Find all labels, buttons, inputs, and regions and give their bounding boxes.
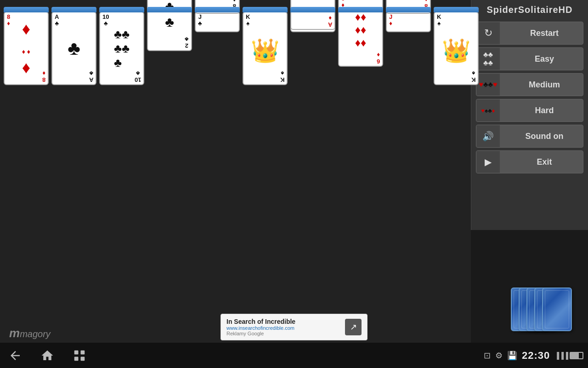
screenshot-icon: ⊡	[484, 351, 491, 361]
col-header-6	[243, 7, 288, 12]
sound-label: Sound on	[500, 132, 583, 141]
exit-button[interactable]: ▶ Exit	[476, 150, 583, 173]
card-column-1[interactable]: 8♦ ♦♦ ♦♦ 8♦	[4, 7, 49, 85]
bottom-nav-bar: ⊡ ⚙ 💾 22:30 ▐▐▐	[0, 343, 588, 368]
card-column-6[interactable]: K♠ 👑 K♠	[243, 7, 288, 85]
back-button[interactable]	[5, 346, 25, 365]
card-column-2[interactable]: A♣ ♣ A♣	[51, 7, 96, 85]
svg-rect-2	[74, 356, 78, 361]
ad-share-button[interactable]: ↗	[345, 319, 362, 335]
easy-label: Easy	[500, 54, 583, 64]
medium-button[interactable]: ♥♣♣♥ Medium	[476, 73, 583, 96]
easy-button[interactable]: ♣♣♣♣ Easy	[476, 47, 583, 70]
medium-icon: ♥♣♣♥	[476, 74, 500, 96]
battery-area: ▐▐▐	[554, 352, 583, 359]
card-ac[interactable]: A♣ ♣ A♣	[51, 12, 96, 85]
restart-button[interactable]: ↻ Restart	[476, 22, 583, 45]
card-ad[interactable]: A♦ ♦ A♦	[290, 0, 335, 30]
col-header-2	[51, 7, 96, 12]
ad-url: www.insearchofincredible.com	[226, 325, 345, 331]
exit-label: Exit	[500, 157, 583, 167]
col-header-5	[195, 7, 240, 12]
svg-rect-0	[74, 350, 78, 354]
recents-button[interactable]	[69, 346, 90, 365]
card-ks2[interactable]: K♠ 👑 K♠	[434, 12, 479, 85]
col-header-9	[386, 7, 431, 12]
back-icon	[8, 349, 22, 362]
sd-icon: 💾	[507, 351, 517, 361]
col-header-7	[290, 7, 335, 12]
hard-icon: ♥♠♣♦	[476, 99, 500, 121]
battery-icon	[570, 352, 583, 359]
restart-label: Restart	[500, 29, 583, 38]
card-8d[interactable]: 8♦ ♦♦ ♦♦ 8♦	[4, 12, 49, 85]
exit-icon: ▶	[476, 151, 500, 173]
svg-rect-3	[80, 356, 85, 361]
home-icon	[40, 349, 54, 362]
col-header-10	[434, 7, 479, 12]
hard-label: Hard	[500, 106, 583, 115]
col-header-1	[4, 7, 49, 12]
restart-icon: ↻	[476, 22, 500, 44]
sound-icon: 🔊	[476, 125, 500, 147]
signal-icon: ▐▐▐	[554, 352, 568, 359]
ad-banner: In Search of Incredible www.insearchofin…	[220, 314, 368, 340]
card-jc-peek[interactable]: J♣	[195, 12, 240, 32]
hard-button[interactable]: ♥♠♣♦ Hard	[476, 99, 583, 122]
card-column-10[interactable]: K♠ 👑 K♠	[434, 7, 479, 85]
medium-label: Medium	[500, 80, 583, 90]
brand-logo: mmagory	[9, 326, 51, 340]
recents-icon	[73, 349, 86, 362]
card-ks[interactable]: K♠ 👑 K♠	[243, 12, 288, 85]
sound-button[interactable]: 🔊 Sound on	[476, 125, 583, 148]
time-display: 22:30	[522, 350, 550, 362]
battery-fill	[571, 353, 579, 358]
status-bar-right: ⊡ ⚙ 💾 22:30 ▐▐▐	[484, 350, 583, 362]
wifi-icon: ⚙	[495, 351, 503, 361]
stock-card-5[interactable]	[542, 288, 572, 331]
stock-pile[interactable]	[518, 288, 572, 331]
card-column-9[interactable]: J♦ 10♦ 9♦ 8♦ 8♦ ♦♦♦♦♦♦♦♦ 8♦	[386, 7, 431, 12]
ad-title: In Search of Incredible	[226, 318, 345, 325]
col-header-3	[99, 7, 144, 12]
card-column-3[interactable]: 10♣ ♣♣♣♣♣ 10♣	[99, 7, 144, 85]
app-title: SpiderSolitaireHD	[476, 5, 583, 15]
card-column-4[interactable]: 4♣ 3♣ 2♣ ♣♣ 2♣	[147, 7, 192, 16]
svg-rect-1	[80, 350, 85, 354]
card-column-8[interactable]: 6♦ 6♦ ♦♦♦♦♦♦ 6♦	[338, 7, 383, 51]
sidebar-panel: SpiderSolitaireHD ↻ Restart ♣♣♣♣ Easy ♥♣…	[471, 0, 588, 230]
easy-icon: ♣♣♣♣	[476, 48, 500, 70]
card-jd-peek[interactable]: J♦	[386, 12, 431, 32]
col-header-8	[338, 7, 383, 12]
ad-source: Reklamy Google	[226, 331, 345, 336]
ad-content: In Search of Incredible www.insearchofin…	[226, 318, 345, 336]
card-column-5[interactable]: J♣ 10♣ 9♣ 8♣ 8♣ ♣♣♣♣♣♣♣♣ 8♣	[195, 7, 240, 12]
home-button[interactable]	[37, 346, 57, 365]
card-column-7[interactable]: 4♣ 3♣ 2♣ A♦ ♦ A♦	[290, 7, 335, 12]
col-header-4	[147, 7, 192, 12]
card-10c[interactable]: 10♣ ♣♣♣♣♣ 10♣	[99, 12, 144, 85]
